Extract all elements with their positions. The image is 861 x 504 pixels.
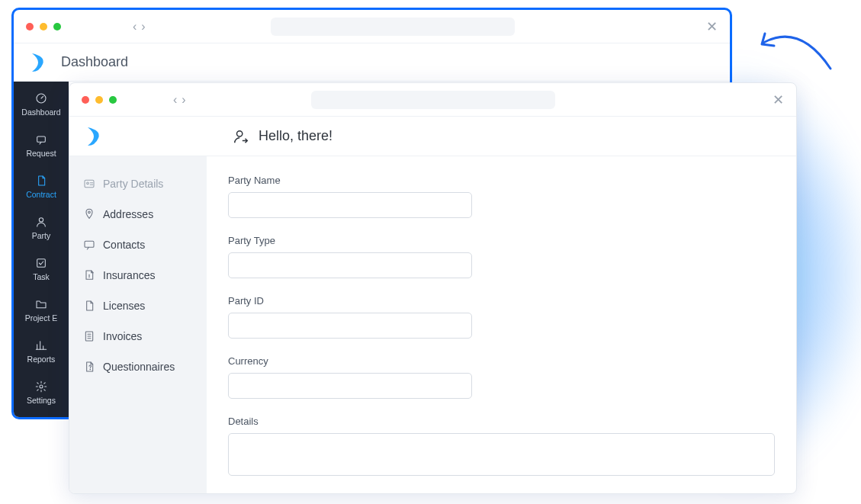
svg-point-8 — [88, 211, 91, 213]
section-item-label: Addresses — [103, 208, 153, 220]
chat-icon — [83, 239, 95, 251]
section-item-label: Contacts — [103, 239, 145, 251]
details-input[interactable] — [228, 433, 775, 476]
window-controls — [26, 23, 61, 30]
field-currency: Currency — [228, 355, 775, 399]
address-bar[interactable] — [271, 18, 515, 36]
nav-item-label: Request — [14, 149, 69, 158]
document-icon — [14, 175, 69, 187]
forward-icon[interactable]: › — [141, 20, 145, 34]
invoice-icon — [83, 330, 95, 342]
nav-item-settings[interactable]: Settings — [14, 373, 69, 414]
party_name-input[interactable] — [228, 192, 472, 218]
nav-item-label: Task — [14, 272, 69, 281]
close-icon[interactable]: ✕ — [773, 91, 784, 108]
folder-icon — [14, 298, 69, 310]
section-item-party-details[interactable]: Party Details — [69, 169, 207, 199]
maximize-dot[interactable] — [109, 96, 117, 104]
nav-item-party[interactable]: Party — [14, 208, 69, 249]
party_type-input[interactable] — [228, 252, 472, 278]
section-item-insurances[interactable]: Insurances — [69, 260, 207, 291]
currency-input[interactable] — [228, 373, 472, 399]
main-nav-sidebar: DashboardRequestContractPartyTaskProject… — [14, 82, 69, 417]
app-logo-icon — [29, 52, 47, 73]
close-icon[interactable]: ✕ — [706, 18, 718, 35]
page-title: Dashboard — [61, 54, 128, 70]
section-item-label: Questionnaires — [103, 361, 175, 373]
field-label: Details — [228, 416, 775, 427]
svg-point-5 — [237, 130, 243, 136]
gauge-icon — [14, 92, 69, 104]
nav-item-label: Settings — [14, 396, 69, 405]
field-details: Details — [228, 416, 775, 479]
back-icon[interactable]: ‹ — [133, 20, 137, 34]
section-item-contacts[interactable]: Contacts — [69, 230, 207, 260]
section-sidebar: Party DetailsAddressesContactsInsurances… — [69, 156, 207, 493]
svg-point-7 — [87, 182, 89, 185]
field-party_type: Party Type — [228, 235, 775, 278]
greeting-text: Hello, there! — [259, 128, 333, 144]
svg-rect-9 — [85, 241, 94, 247]
chart-icon — [14, 339, 69, 352]
decorative-arrow — [754, 15, 838, 76]
field-party_id: Party ID — [228, 295, 775, 339]
nav-item-dashboard[interactable]: Dashboard — [14, 85, 69, 126]
svg-point-11 — [90, 369, 91, 370]
nav-item-request[interactable]: Request — [14, 126, 69, 167]
shield-icon — [83, 269, 95, 281]
field-label: Party ID — [228, 295, 775, 307]
section-item-label: Insurances — [103, 269, 155, 281]
user-icon — [14, 216, 69, 228]
section-item-addresses[interactable]: Addresses — [69, 199, 207, 230]
nav-item-label: Project E — [14, 313, 69, 323]
content-header: Hello, there! — [69, 117, 796, 156]
file-icon — [83, 300, 95, 312]
section-item-label: Invoices — [103, 330, 142, 342]
gear-icon — [14, 380, 69, 393]
section-item-questionnaires[interactable]: Questionnaires — [69, 352, 207, 382]
address-bar[interactable] — [311, 91, 555, 109]
nav-item-project[interactable]: Project E — [14, 291, 69, 332]
field-party_name: Party Name — [228, 175, 775, 218]
minimize-dot[interactable] — [40, 23, 47, 30]
id-card-icon — [83, 178, 95, 190]
nav-item-label: Contract — [14, 190, 69, 199]
app-logo-icon — [85, 126, 103, 147]
svg-rect-6 — [85, 180, 94, 187]
browser-titlebar: ‹ › ✕ — [69, 83, 796, 117]
form-panel: Party NameParty TypeParty IDCurrencyDeta… — [207, 156, 796, 493]
nav-item-label: Party — [14, 231, 69, 240]
maximize-dot[interactable] — [53, 23, 61, 30]
check-icon — [14, 257, 69, 269]
svg-rect-3 — [37, 259, 46, 268]
field-label: Currency — [228, 355, 775, 367]
section-item-licenses[interactable]: Licenses — [69, 291, 207, 321]
question-icon — [83, 361, 95, 373]
minimize-dot[interactable] — [95, 96, 103, 104]
nav-arrows: ‹ › — [133, 20, 146, 34]
back-icon[interactable]: ‹ — [173, 93, 177, 107]
nav-item-label: Dashboard — [14, 108, 69, 117]
nav-item-label: Reports — [14, 355, 69, 364]
close-dot[interactable] — [82, 96, 89, 104]
window-controls — [82, 96, 117, 104]
field-label: Party Type — [228, 235, 775, 246]
app-header: Dashboard — [14, 43, 730, 82]
pin-icon — [83, 208, 95, 220]
content-body: Party DetailsAddressesContactsInsurances… — [69, 156, 796, 493]
nav-item-contract[interactable]: Contract — [14, 167, 69, 208]
section-item-label: Party Details — [103, 178, 163, 190]
nav-item-reports[interactable]: Reports — [14, 332, 69, 373]
foreground-browser-window: ‹ › ✕ Hello, there! Party DetailsAddress… — [69, 82, 797, 494]
greeting: Hello, there! — [233, 128, 333, 145]
svg-point-2 — [39, 218, 43, 222]
forward-icon[interactable]: › — [182, 93, 185, 107]
svg-point-4 — [40, 385, 43, 388]
svg-rect-1 — [37, 136, 46, 142]
party_id-input[interactable] — [228, 313, 472, 339]
nav-item-task[interactable]: Task — [14, 249, 69, 291]
field-label: Party Name — [228, 175, 775, 186]
close-dot[interactable] — [26, 23, 34, 30]
section-item-invoices[interactable]: Invoices — [69, 321, 207, 352]
browser-titlebar: ‹ › ✕ — [14, 10, 730, 43]
